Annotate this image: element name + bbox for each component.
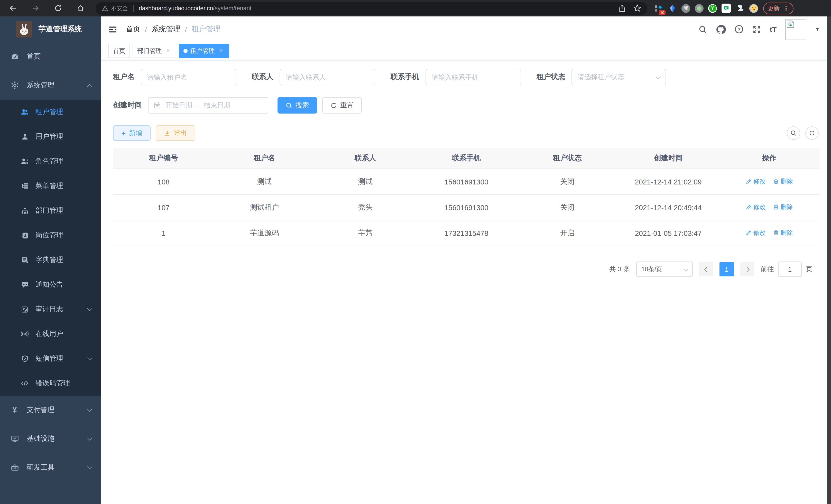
sidebar-item-menu[interactable]: 菜单管理 bbox=[0, 174, 101, 198]
table-row: 108 测试 测试 15601691300 关闭 2021-12-14 21:0… bbox=[113, 169, 820, 195]
goto-suffix: 页 bbox=[806, 265, 812, 274]
tab-label: 租户管理 bbox=[190, 47, 215, 55]
delete-link[interactable]: 删除 bbox=[773, 203, 793, 212]
cell-contact: 测试 bbox=[315, 169, 416, 195]
header-search-icon[interactable] bbox=[698, 25, 707, 34]
edit-pencil-icon bbox=[746, 179, 752, 185]
sidebar-item-notice[interactable]: 通知公告 bbox=[0, 272, 101, 297]
add-button[interactable]: + 新增 bbox=[113, 125, 150, 141]
cell-id: 107 bbox=[113, 195, 214, 220]
warning-triangle-icon bbox=[102, 5, 109, 11]
contact-input[interactable] bbox=[280, 69, 375, 85]
date-range-picker[interactable]: 开始日期 - 结束日期 bbox=[148, 97, 268, 114]
cell-contact: 秃头 bbox=[315, 195, 416, 220]
app-title: 芋道管理系统 bbox=[38, 25, 82, 34]
breadcrumb-home[interactable]: 首页 bbox=[126, 25, 140, 34]
edit-link[interactable]: 修改 bbox=[746, 229, 766, 237]
sidebar-item-dict[interactable]: 字典管理 bbox=[0, 248, 101, 272]
tab-close-icon[interactable]: × bbox=[165, 47, 172, 55]
extension-squares-icon[interactable]: 10 bbox=[654, 4, 663, 13]
app-logo-row[interactable]: 芋道管理系统 bbox=[0, 17, 101, 42]
sidebar-item-label: 字典管理 bbox=[35, 255, 63, 265]
profile-avatar-emoji[interactable] bbox=[749, 4, 758, 12]
github-icon[interactable] bbox=[716, 24, 726, 34]
sidebar-item-sms[interactable]: 短信管理 bbox=[0, 346, 101, 371]
sidebar-item-role[interactable]: 角色管理 bbox=[0, 149, 101, 174]
sidebar-item-system[interactable]: 系统管理 bbox=[0, 71, 101, 100]
delete-link[interactable]: 删除 bbox=[773, 177, 793, 186]
browser-forward-icon[interactable] bbox=[28, 2, 43, 15]
sidebar-item-devtools[interactable]: 研发工具 bbox=[0, 453, 101, 482]
browser-reload-icon[interactable] bbox=[50, 2, 66, 15]
extension-kite-icon[interactable] bbox=[667, 4, 677, 13]
share-icon[interactable] bbox=[618, 4, 626, 12]
next-page-button[interactable] bbox=[740, 262, 754, 276]
sidebar-item-label: 角色管理 bbox=[35, 157, 63, 166]
tenant-name-input[interactable] bbox=[141, 69, 236, 85]
mobile-input[interactable] bbox=[426, 69, 521, 85]
sidebar-collapse-icon[interactable] bbox=[109, 25, 117, 34]
fullscreen-icon[interactable] bbox=[752, 25, 761, 34]
sidebar-item-label: 通知公告 bbox=[35, 280, 63, 289]
user-icon bbox=[21, 133, 29, 141]
extension-green-dot-icon[interactable] bbox=[695, 4, 704, 12]
browser-back-icon[interactable] bbox=[5, 2, 21, 15]
security-warning[interactable]: 不安全 bbox=[102, 4, 128, 12]
tenant-table: 租户编号 租户名 联系人 联系手机 租户状态 创建时间 操作 108 测试 测试 bbox=[113, 148, 820, 246]
avatar-caret-icon[interactable]: ▼ bbox=[815, 27, 820, 32]
sidebar-item-dept[interactable]: 部门管理 bbox=[0, 198, 101, 223]
edit-link[interactable]: 修改 bbox=[746, 177, 766, 186]
tab-close-icon[interactable]: × bbox=[218, 47, 225, 55]
delete-link[interactable]: 删除 bbox=[773, 229, 793, 237]
breadcrumb-system[interactable]: 系统管理 bbox=[152, 25, 180, 34]
browser-home-icon[interactable] bbox=[73, 2, 88, 15]
page-1-button[interactable]: 1 bbox=[719, 262, 734, 276]
breadcrumb: 首页 / 系统管理 / 租户管理 bbox=[126, 25, 221, 34]
reset-button[interactable]: 重置 bbox=[322, 97, 362, 114]
tab-home[interactable]: 首页 bbox=[109, 44, 130, 58]
sidebar-item-audit-log[interactable]: 审计日志 bbox=[0, 297, 101, 322]
cell-created: 2021-12-14 21:02:09 bbox=[618, 169, 719, 195]
extensions-puzzle-icon[interactable] bbox=[736, 4, 745, 13]
sidebar-item-post[interactable]: 岗位管理 bbox=[0, 223, 101, 248]
browser-toolbar: 不安全 dashboard.yudao.iocoder.cn/system/te… bbox=[0, 0, 831, 17]
address-bar[interactable]: 不安全 dashboard.yudao.iocoder.cn/system/te… bbox=[95, 2, 648, 14]
search-button[interactable]: 搜索 bbox=[278, 97, 317, 114]
sidebar-item-tenant[interactable]: 租户管理 bbox=[0, 100, 101, 124]
page-size-select[interactable]: 10条/页 bbox=[636, 262, 693, 277]
prev-page-button[interactable] bbox=[699, 262, 713, 276]
cell-created: 2021-01-05 17:03:47 bbox=[618, 220, 719, 246]
active-tab-dot bbox=[183, 49, 188, 53]
tab-tenant-active[interactable]: 租户管理 × bbox=[179, 44, 229, 58]
browser-update-button[interactable]: 更新 ⋮ bbox=[763, 2, 794, 14]
sidebar-item-home[interactable]: 首页 bbox=[0, 42, 101, 71]
browser-scrollbar[interactable] bbox=[827, 17, 831, 504]
export-button[interactable]: 导出 bbox=[156, 125, 195, 141]
sidebar-item-online-users[interactable]: 在线用户 bbox=[0, 322, 101, 346]
tab-dept[interactable]: 部门管理 × bbox=[133, 44, 176, 58]
tenant-users-icon bbox=[21, 108, 29, 116]
chevron-down-icon bbox=[87, 464, 92, 469]
cell-id: 108 bbox=[113, 169, 214, 195]
extension-command-icon[interactable]: ⌘ bbox=[682, 4, 690, 12]
col-status: 租户状态 bbox=[517, 148, 618, 169]
edit-link[interactable]: 修改 bbox=[746, 203, 766, 212]
status-select[interactable]: 请选择租户状态 bbox=[571, 69, 666, 85]
sidebar-item-user[interactable]: 用户管理 bbox=[0, 124, 101, 149]
extension-y-icon[interactable]: Y bbox=[708, 4, 717, 12]
user-avatar-broken[interactable] bbox=[785, 19, 806, 40]
sidebar-item-infra[interactable]: 基础设施 bbox=[0, 424, 101, 453]
extension-chat-icon[interactable] bbox=[721, 4, 731, 13]
bookmark-star-icon[interactable] bbox=[633, 4, 641, 12]
sidebar-item-error-code[interactable]: 错误码管理 bbox=[0, 371, 101, 395]
toggle-search-icon-button[interactable] bbox=[787, 126, 800, 140]
sidebar-item-pay[interactable]: ¥ 支付管理 bbox=[0, 395, 101, 424]
yuan-icon: ¥ bbox=[10, 405, 19, 415]
browser-menu-kebab-icon[interactable]: ⋮ bbox=[783, 5, 789, 11]
font-size-icon[interactable]: tT bbox=[770, 25, 776, 33]
refresh-table-icon-button[interactable] bbox=[805, 126, 819, 140]
goto-page-input[interactable] bbox=[778, 262, 802, 277]
help-icon[interactable]: ? bbox=[735, 25, 744, 34]
col-tenant-name: 租户名 bbox=[214, 148, 315, 169]
chevron-down-icon bbox=[87, 306, 92, 311]
